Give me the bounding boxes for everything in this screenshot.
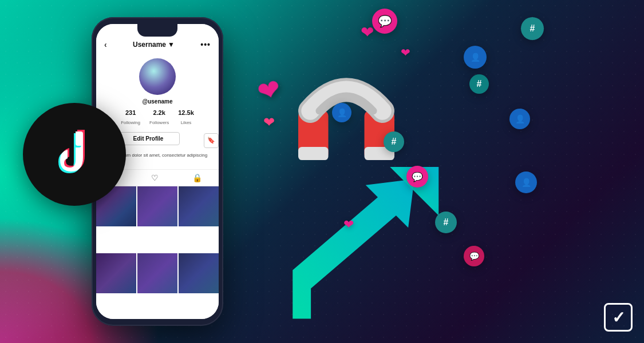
- tiktok-svg-icon: [52, 129, 97, 180]
- profile-avatar: [139, 58, 176, 95]
- likes-count: 12.5k: [178, 109, 194, 116]
- grid-cell-5[interactable]: [137, 253, 177, 293]
- grid-cell-6[interactable]: [179, 253, 219, 293]
- grid-cell-3[interactable]: [179, 186, 219, 226]
- following-count: 231: [121, 109, 140, 116]
- likes-label: Likes: [181, 120, 192, 125]
- heart-icon-2: ❤: [401, 46, 410, 59]
- phone-notch: [137, 24, 177, 37]
- chat-icon-2: 💬: [406, 166, 428, 188]
- user-icon-1: 👤: [464, 46, 487, 69]
- tiktok-logo: [23, 103, 126, 206]
- svg-rect-2: [76, 131, 83, 146]
- video-grid: [96, 186, 219, 319]
- hashtag-icon-3: #: [435, 212, 457, 233]
- tab-likes-icon[interactable]: ♡: [151, 173, 159, 182]
- grid-cell-4[interactable]: [96, 253, 136, 293]
- followers-label: Followers: [149, 120, 169, 125]
- magnet-icon: [292, 63, 401, 183]
- more-options-icon[interactable]: •••: [200, 40, 211, 49]
- bookmark-button[interactable]: 🔖: [204, 133, 219, 148]
- hashtag-icon-1: #: [521, 17, 544, 40]
- heart-icon-4: ❤: [343, 217, 354, 232]
- hashtag-icon-4: #: [469, 74, 489, 94]
- checkbox-watermark: [604, 303, 633, 332]
- username-label: Username: [133, 41, 166, 49]
- user-icon-3: 👤: [515, 172, 537, 193]
- back-arrow-icon[interactable]: ‹: [104, 40, 107, 49]
- trending-arrow: [280, 160, 475, 332]
- right-scene: ❤ ❤ ❤ ❤ ❤ # # # # 👤 👤 👤 👤 💬 💬 💬: [246, 0, 644, 343]
- chat-icon-1: 💬: [372, 9, 397, 34]
- hashtag-icon-2: #: [384, 131, 404, 152]
- stat-followers: 2.2k Followers: [149, 109, 169, 126]
- stat-likes: 12.5k Likes: [178, 109, 194, 126]
- heart-icon-3: ❤: [263, 114, 275, 130]
- stat-following: 231 Following: [121, 109, 140, 126]
- svg-rect-7: [298, 147, 329, 160]
- tab-private-icon[interactable]: 🔒: [192, 173, 202, 182]
- username-header: Username ▼: [133, 41, 175, 49]
- big-heart-icon: ❤: [254, 72, 284, 109]
- profile-handle: @usename: [96, 98, 219, 105]
- grid-cell-2[interactable]: [137, 186, 177, 226]
- edit-profile-button[interactable]: Edit Profile: [117, 132, 180, 145]
- dropdown-icon: ▼: [168, 41, 175, 49]
- following-label: Following: [121, 120, 140, 125]
- user-icon-2: 👤: [509, 109, 530, 129]
- followers-count: 2.2k: [149, 109, 169, 116]
- heart-icon-1: ❤: [361, 23, 374, 42]
- svg-marker-3: [293, 179, 414, 318]
- user-icon-4: 👤: [332, 103, 351, 122]
- chat-icon-3: 💬: [464, 246, 484, 266]
